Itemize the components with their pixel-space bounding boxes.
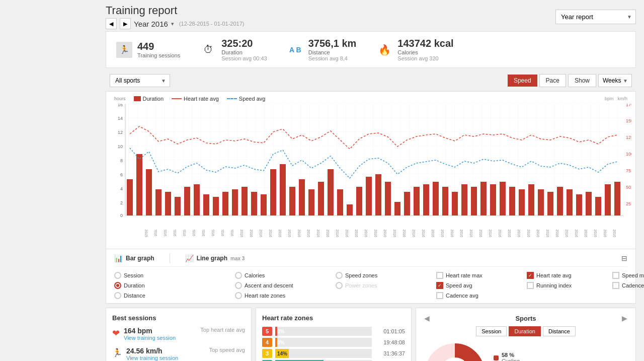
bar-option-distance[interactable]: Distance: [114, 292, 225, 299]
tab-distance[interactable]: Distance: [543, 326, 576, 336]
hours-label: hours: [114, 96, 126, 101]
bar-option-speed-zones[interactable]: Speed zones: [336, 272, 406, 279]
svg-rect-47: [337, 189, 343, 215]
bar-option-calories[interactable]: Calories: [235, 272, 326, 279]
line-option-hr-max[interactable]: Heart rate max: [436, 272, 517, 279]
svg-text:31-2016: 31-2016: [441, 230, 444, 237]
report-type-select[interactable]: Year report: [555, 10, 636, 24]
zone-3-row: 3 14% 31:36:37: [262, 349, 405, 358]
svg-text:32-2016: 32-2016: [450, 230, 454, 237]
calories-avg: Session avg 320: [397, 55, 453, 61]
svg-text:17-2016: 17-2016: [307, 230, 310, 237]
show-button[interactable]: Show: [568, 74, 596, 87]
radio-ascent[interactable]: [235, 282, 242, 289]
tab-session[interactable]: Session: [476, 326, 507, 336]
checkbox-cadence-avg[interactable]: [436, 292, 443, 299]
svg-text:14-2016: 14-2016: [278, 230, 282, 237]
prev-year-button[interactable]: ◀: [106, 18, 117, 29]
bar-graph-section: 📊 Bar graph: [114, 254, 154, 262]
svg-rect-75: [605, 184, 611, 215]
sports-prev-button[interactable]: ◀: [422, 314, 432, 322]
bar-option-duration[interactable]: Duration: [114, 282, 225, 289]
svg-rect-62: [480, 182, 487, 215]
checkbox-running-index[interactable]: [527, 282, 534, 289]
svg-text:42-2016: 42-2016: [546, 230, 549, 237]
duration-label: Duration: [221, 49, 267, 55]
filter-icon[interactable]: ⊟: [621, 254, 627, 262]
svg-text:46-2016: 46-2016: [584, 230, 588, 237]
svg-text:14: 14: [118, 116, 123, 121]
checkbox-speed-max[interactable]: [612, 272, 619, 279]
svg-text:50: 50: [626, 185, 631, 190]
svg-rect-58: [442, 187, 448, 215]
radio-speed-zones[interactable]: [336, 272, 343, 279]
best-hr-link[interactable]: View training session: [124, 335, 176, 341]
svg-text:38-2016: 38-2016: [508, 230, 511, 237]
radio-distance[interactable]: [114, 292, 121, 299]
svg-rect-43: [299, 179, 305, 215]
weeks-select[interactable]: Weeks: [598, 74, 632, 87]
svg-text:37-2016: 37-2016: [498, 230, 502, 237]
svg-text:29-2016: 29-2016: [422, 230, 425, 237]
next-year-button[interactable]: ▶: [120, 18, 131, 29]
svg-rect-71: [567, 189, 573, 215]
svg-text:40-2016: 40-2016: [527, 230, 530, 237]
svg-rect-25: [127, 179, 133, 215]
svg-rect-34: [213, 197, 219, 215]
svg-rect-27: [146, 169, 152, 215]
checkbox-hr-max[interactable]: [436, 272, 443, 279]
zone-4-num: 4: [262, 338, 272, 347]
tab-duration[interactable]: Duration: [509, 326, 541, 336]
svg-rect-36: [232, 189, 238, 215]
date-range: (12-28-2015 - 01-01-2017): [179, 21, 245, 27]
line-option-speed-max[interactable]: Speed max: [612, 272, 644, 279]
legend-cycling: 58 % Cycling: [494, 352, 522, 361]
checkbox-hr-avg[interactable]: ✓: [527, 272, 534, 279]
checkbox-cadence-max[interactable]: [612, 282, 619, 289]
svg-text:16-2016: 16-2016: [297, 230, 301, 237]
svg-text:2-2016: 2-2016: [164, 230, 167, 236]
svg-rect-51: [375, 174, 381, 215]
sports-tabs: Session Duration Distance: [422, 326, 629, 336]
bar-option-ascent[interactable]: Ascent and descent: [235, 282, 326, 289]
zone-5-time: 01:01:05: [375, 328, 405, 334]
kmh-label: km/h: [617, 96, 627, 101]
svg-rect-48: [347, 204, 353, 215]
hr-zones-panel: Heart rate zones 5 0% 01:01:05 4 0% 19:4…: [256, 308, 412, 361]
svg-text:47-2016: 47-2016: [594, 230, 597, 237]
sports-next-button[interactable]: ▶: [620, 314, 629, 322]
speed-button[interactable]: Speed: [508, 75, 537, 87]
svg-text:19-2016: 19-2016: [326, 230, 330, 237]
line-option-cadence-avg[interactable]: Cadence avg: [436, 292, 517, 299]
line-option-running-index[interactable]: Running index: [527, 282, 602, 289]
svg-text:44-2016: 44-2016: [565, 230, 569, 237]
radio-hr-zones[interactable]: [235, 292, 242, 299]
zone-4-bar: 0%: [275, 338, 277, 347]
pace-button[interactable]: Pace: [539, 74, 566, 87]
line-option-cadence-max[interactable]: Cadence max: [612, 282, 644, 289]
svg-text:41-2016: 41-2016: [536, 230, 540, 237]
sport-select[interactable]: All sports: [110, 74, 170, 87]
radio-session[interactable]: [114, 272, 121, 279]
duration-value: 325:20: [221, 38, 267, 49]
radio-power-zones[interactable]: [336, 282, 343, 289]
checkbox-speed-avg[interactable]: ✓: [436, 282, 443, 289]
svg-rect-72: [576, 194, 582, 215]
radio-calories[interactable]: [235, 272, 242, 279]
line-option-hr-avg[interactable]: ✓ Heart rate avg: [527, 272, 602, 279]
bar-option-session[interactable]: Session: [114, 272, 225, 279]
best-speed-link[interactable]: View training session: [126, 355, 178, 361]
sports-legend: 58 % Cycling 13 % Running: [494, 352, 522, 361]
bar-option-power-zones[interactable]: Power zones: [336, 282, 406, 289]
radio-duration[interactable]: [114, 282, 121, 289]
year-label[interactable]: Year 2016: [134, 20, 168, 28]
bpm-label: bpm: [605, 96, 614, 101]
svg-rect-33: [203, 194, 209, 215]
best-sessions-title: Best sessions: [112, 314, 245, 322]
svg-text:28-2016: 28-2016: [412, 230, 416, 237]
bar-option-hr-zones[interactable]: Heart rate zones: [235, 292, 326, 299]
sessions-stat: 🏃 449 Training sessions: [116, 41, 180, 58]
svg-rect-41: [280, 164, 286, 215]
svg-text:6: 6: [120, 172, 123, 177]
line-option-speed-avg[interactable]: ✓ Speed avg: [436, 282, 517, 289]
